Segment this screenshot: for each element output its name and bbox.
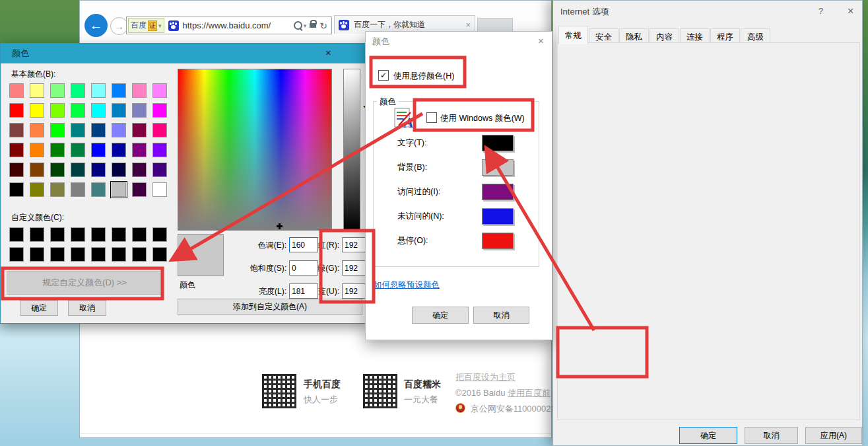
basic-color-swatch[interactable] [152,182,167,197]
basic-color-swatch[interactable] [9,103,24,118]
ok-button[interactable]: 确定 [412,307,469,324]
color-swatch-button[interactable] [482,184,514,200]
basic-color-swatch[interactable] [50,83,65,98]
custom-color-swatch[interactable] [91,247,106,262]
basic-color-swatch[interactable] [112,123,126,137]
basic-color-swatch[interactable] [71,123,85,137]
custom-color-swatch[interactable] [30,247,44,262]
basic-color-swatch[interactable] [152,163,167,177]
custom-color-swatch[interactable] [71,247,85,262]
basic-color-swatch[interactable] [50,103,65,118]
luminance-slider[interactable] [343,69,360,231]
basic-color-swatch[interactable] [71,163,85,177]
basic-color-swatch[interactable] [152,83,167,98]
color-swatch-button[interactable] [482,208,514,225]
basic-color-swatch[interactable] [152,143,167,157]
search-dropdown-icon[interactable]: ▾ [304,22,307,29]
basic-color-swatch[interactable] [71,83,85,98]
basic-color-swatch[interactable] [9,83,24,98]
dialog-footer-button[interactable]: 取消 [745,427,798,444]
add-to-custom-colors-button[interactable]: 添加到自定义颜色(A) [178,299,362,315]
basic-color-swatch[interactable] [132,143,147,157]
tab-常规[interactable]: 常规 [558,26,588,44]
help-icon[interactable]: ? [818,6,823,16]
basic-color-swatch[interactable] [30,83,44,98]
basic-color-swatch[interactable] [30,103,44,118]
custom-color-swatch[interactable] [50,227,65,242]
close-icon[interactable]: × [848,5,853,17]
custom-color-swatch[interactable] [112,227,126,242]
custom-color-swatch[interactable] [152,247,167,262]
close-icon[interactable]: × [538,35,544,46]
basic-color-swatch[interactable] [50,123,65,137]
cancel-button[interactable]: 取消 [68,300,106,316]
set-homepage-link[interactable]: 把百度设为主页 [455,371,516,383]
custom-color-swatch[interactable] [112,247,126,262]
basic-color-swatch[interactable] [132,103,147,118]
basic-color-swatch[interactable] [50,163,65,177]
basic-color-swatch[interactable] [91,123,106,137]
basic-color-swatch[interactable] [9,123,24,137]
color-swatch-button[interactable] [482,233,514,249]
custom-color-swatch[interactable] [9,247,24,262]
basic-color-swatch[interactable] [71,143,85,157]
use-windows-colors-checkbox[interactable] [426,112,437,123]
basic-color-swatch[interactable] [112,143,126,157]
basic-color-swatch[interactable] [91,103,106,118]
custom-color-swatch[interactable] [152,227,167,242]
custom-color-swatch[interactable] [30,227,44,242]
basic-color-swatch[interactable] [132,123,147,137]
basic-color-swatch[interactable] [132,163,147,177]
basic-color-swatch[interactable] [9,163,24,177]
custom-color-swatch[interactable] [71,227,85,242]
custom-color-swatch[interactable] [132,247,147,262]
hover-checkbox-label[interactable]: 使用悬停颜色(H) [393,71,454,82]
dialog-footer-button[interactable]: 应用(A) [805,427,862,444]
before-use-link[interactable]: 使用百度前 [508,388,551,398]
basic-color-swatch[interactable] [91,182,106,197]
basic-color-swatch[interactable] [112,163,126,177]
basic-color-swatch[interactable] [50,143,65,157]
basic-color-swatch[interactable] [132,83,147,98]
basic-color-swatch[interactable] [30,143,44,157]
color-swatch-button[interactable] [482,159,514,176]
refresh-icon[interactable]: ↻ [319,20,327,31]
back-button[interactable]: ← [84,14,108,37]
basic-color-swatch[interactable] [112,103,126,118]
close-icon[interactable]: × [325,47,331,58]
address-bar[interactable]: 百度 证 ▾ https://www.baidu.com/ ▾ ↻ [126,17,332,34]
custom-color-swatch[interactable] [50,247,65,262]
forward-button[interactable]: → [110,17,128,35]
basic-color-swatch[interactable] [9,182,24,197]
basic-color-swatch[interactable] [50,182,65,197]
basic-color-swatch[interactable] [30,182,44,197]
hue-saturation-field[interactable] [178,69,332,231]
basic-color-swatch[interactable] [91,83,106,98]
color-swatch-button[interactable] [482,135,514,151]
custom-color-swatch[interactable] [91,227,106,242]
custom-color-swatch[interactable] [132,227,147,242]
basic-color-swatch[interactable] [30,123,44,137]
ok-button[interactable]: 确定 [20,300,58,316]
dialog-footer-button[interactable]: 确定 [679,427,737,444]
hue-crosshair[interactable] [277,223,283,229]
basic-color-swatch[interactable] [132,182,147,197]
basic-color-swatch[interactable] [91,143,106,157]
search-icon[interactable] [294,21,302,30]
basic-color-swatch[interactable] [71,182,85,197]
basic-color-swatch[interactable] [91,163,106,177]
windows-checkbox-label[interactable]: 使用 Windows 颜色(W) [440,113,525,124]
basic-color-swatch[interactable] [112,83,126,98]
use-hover-color-checkbox[interactable]: ✓ [378,70,389,81]
basic-color-swatch[interactable] [152,103,167,118]
basic-color-swatch[interactable] [30,163,44,177]
basic-color-swatch[interactable] [9,143,24,157]
tab-close-icon[interactable]: × [465,20,471,30]
basic-color-swatch[interactable] [152,123,167,137]
url-text[interactable]: https://www.baidu.com/ [183,20,271,30]
baidu-extension-badge[interactable]: 百度 证 ▾ [128,18,164,33]
basic-color-swatch[interactable] [71,103,85,118]
custom-color-swatch[interactable] [9,227,24,242]
basic-color-swatch[interactable] [112,182,126,197]
cancel-button[interactable]: 取消 [473,307,529,324]
